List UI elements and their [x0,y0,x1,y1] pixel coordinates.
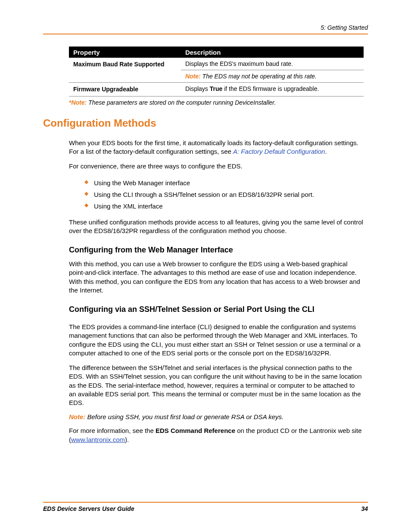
factory-default-link[interactable]: A: Factory Default Configuration [233,148,325,155]
property-desc: Displays the EDS's maximum baud rate. [185,60,293,67]
subsection-title-web: Configuring from the Web Manager Interfa… [69,246,364,255]
web-manager-body: With this method, you can use a Web brow… [69,260,364,295]
table-row: Firmware Upgradeable Displays True if th… [69,83,364,96]
cli-paragraph-1: The EDS provides a command-line interfac… [69,323,364,358]
config-methods-list: Using the Web Manager interface Using th… [84,177,364,212]
note-text: The EDS may not be operating at this rat… [201,73,317,80]
table-header-description: Description [181,47,364,58]
cli-paragraph-2: The difference between the SSH/Telnet an… [69,364,364,407]
list-item: Using the XML interface [84,200,364,212]
footer-title: EDS Device Servers User Guide [43,505,134,512]
footnote-label: *Note: [69,99,87,106]
note-text: Before using SSH, you must first load or… [85,413,283,420]
intro-paragraph-1: When your EDS boots for the first time, … [69,139,364,156]
table-header-property: Property [69,47,181,58]
table-footnote: *Note: These parameters are stored on th… [69,99,364,106]
subsection-title-cli: Configuring via an SSH/Telnet Session or… [69,305,364,314]
property-desc-prefix: Displays [185,85,210,92]
lantronix-link[interactable]: www.lantronix.com [71,436,125,443]
page-number: 34 [361,505,368,512]
command-reference: EDS Command Reference [156,427,235,434]
note-label: Note: [185,73,201,80]
property-desc-bold: True [210,85,223,92]
property-name: Firmware Upgradeable [73,86,138,93]
footnote-text: These parameters are stored on the compu… [87,99,276,106]
property-desc-suffix: if the EDS firmware is upgradeable. [222,85,319,92]
cli-paragraph-3: For more information, see the EDS Comman… [69,426,364,444]
note-label: Note: [69,413,85,420]
outro-paragraph: These unified configuration methods prov… [69,218,364,236]
ssh-note: Note: Before using SSH, you must first l… [69,413,364,420]
page-header: 5: Getting Started [43,24,368,34]
section-title: Configuration Methods [43,117,364,129]
list-item: Using the CLI through a SSH/Telnet sessi… [84,189,364,200]
intro-paragraph-2: For convenience, there are three ways to… [69,162,364,171]
breadcrumb: 5: Getting Started [321,24,368,31]
page-footer: EDS Device Servers User Guide 34 [43,502,368,512]
list-item: Using the Web Manager interface [84,177,364,189]
property-name: Maximum Baud Rate Supported [73,61,165,68]
table-row: Maximum Baud Rate Supported Displays the… [69,58,364,70]
property-table: Property Description Maximum Baud Rate S… [69,47,364,96]
